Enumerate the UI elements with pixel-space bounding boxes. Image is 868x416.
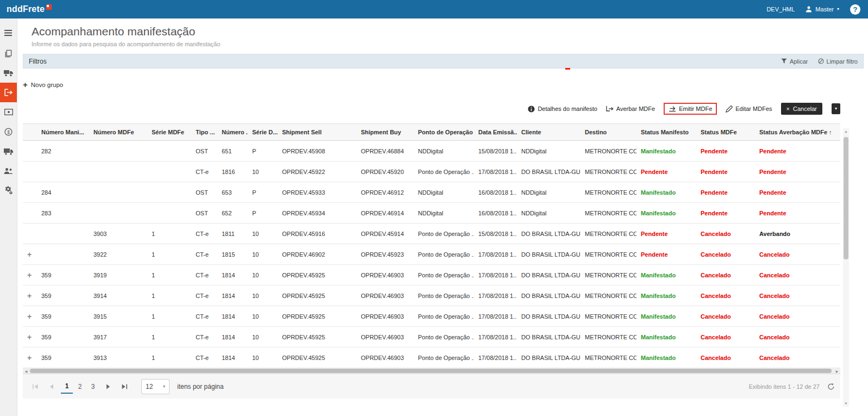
next-page-icon <box>105 383 111 390</box>
column-header-shipment-sell[interactable]: Shipment Sell <box>278 124 357 141</box>
table-row[interactable]: CT-e181610OPRDEV.45922OPRDEV.45920Ponto … <box>23 162 840 182</box>
column-header-tipo[interactable]: Tipo ... <box>191 124 217 141</box>
table-row[interactable]: +35939131CT-e181410OPRDEV.45925OPRDEV.46… <box>23 347 840 368</box>
table-row[interactable]: +35939151CT-e181410OPRDEV.45925OPRDEV.46… <box>23 306 840 327</box>
cell-status-averbacao-mdfe: Pendente <box>755 203 840 223</box>
expand-row-icon[interactable]: + <box>27 250 32 259</box>
sort-ascending-icon: ↑ <box>829 129 832 135</box>
last-page-button[interactable] <box>117 380 132 394</box>
first-page-button[interactable] <box>28 380 42 394</box>
table-row[interactable]: 282OST651POPRDEV.45908OPRDEV.46884NDDigi… <box>23 141 840 162</box>
gears-icon <box>4 186 13 195</box>
cancelar-button[interactable]: × Cancelar <box>781 103 822 115</box>
vertical-scrollbar-thumb[interactable] <box>844 137 848 259</box>
column-header-numero[interactable]: Número ... <box>217 124 248 141</box>
expand-row-icon[interactable]: + <box>27 312 32 321</box>
emitir-mdfe-button[interactable]: Emitir MDFe <box>669 105 712 112</box>
brand-logo[interactable]: nddFrete <box>7 4 52 15</box>
cell-status-averbacao-mdfe: Cancelado <box>755 327 840 347</box>
page-size-select[interactable]: 12 ▾ <box>141 379 170 394</box>
page-button-3[interactable]: 3 <box>87 380 99 394</box>
column-header-status-averbacao-mdfe[interactable]: Status Averbação MDFe↑ <box>755 124 840 141</box>
page-button-1[interactable]: 1 <box>61 380 73 394</box>
sidebar-item-users[interactable] <box>0 161 17 181</box>
column-header-shipment-buy[interactable]: Shipment Buy <box>357 124 414 141</box>
user-icon <box>805 6 812 13</box>
new-group-button[interactable]: + Novo grupo <box>23 80 63 89</box>
table-row[interactable]: +35939141CT-e181410OPRDEV.45925OPRDEV.46… <box>23 285 840 306</box>
sidebar-item-transport[interactable] <box>0 63 17 83</box>
cell-tipo: CT-e <box>191 306 217 327</box>
filter-bar[interactable]: Filtros Aplicar Limpar filtro <box>23 54 864 69</box>
cell-tipo: OST <box>191 141 217 162</box>
cell-numero: 652 <box>217 203 248 223</box>
next-page-button[interactable] <box>101 380 115 394</box>
cell-status-averbacao-mdfe: Pendente <box>755 141 840 162</box>
cell-data-emissao: 17/08/2018 1... <box>474 327 517 347</box>
table-row[interactable]: +35939171CT-e181410OPRDEV.45925OPRDEV.46… <box>23 327 840 347</box>
horizontal-scrollbar-thumb[interactable] <box>30 369 832 373</box>
cell-shipment-buy: OPRDEV.46903 <box>357 265 414 285</box>
cell-serie-doc: 10 <box>248 223 278 244</box>
cell-serie-mdfe: 1 <box>147 223 191 244</box>
column-header-destino[interactable]: Destino <box>580 124 636 141</box>
table-row[interactable]: 284OST653POPRDEV.45933OPRDEV.46912NDDigi… <box>23 182 840 203</box>
clear-filter-button[interactable]: Limpar filtro <box>818 58 858 65</box>
sidebar-item-manifestacao[interactable] <box>0 83 17 102</box>
previous-page-button[interactable] <box>45 380 59 394</box>
cell-serie-mdfe: 1 <box>147 327 191 347</box>
column-header-status-mdfe[interactable]: Status MDFe <box>696 124 755 141</box>
cell-numero-manifesto <box>37 244 89 265</box>
manifest-details-button[interactable]: Detalhes do manifesto <box>528 105 597 113</box>
cell-serie-doc: 10 <box>248 306 278 327</box>
cell-expand <box>23 182 37 203</box>
editar-mdfes-button[interactable]: Editar MDFes <box>726 105 772 113</box>
table-row[interactable]: +35939191CT-e181410OPRDEV.45925OPRDEV.46… <box>23 265 840 285</box>
sidebar-item-payments[interactable] <box>0 102 17 122</box>
cell-serie-mdfe: 1 <box>147 306 191 327</box>
refresh-icon[interactable] <box>827 383 835 390</box>
expand-row-icon[interactable]: + <box>27 333 32 342</box>
table-row[interactable]: 39031CT-e181110OPRDEV.45916OPRDEV.45914P… <box>23 223 840 244</box>
cell-cliente: DO BRASIL LTDA-GU... <box>517 347 580 368</box>
column-header-ponto-operacao[interactable]: Ponto de Operação <box>414 124 474 141</box>
sidebar-item-documents[interactable] <box>0 44 17 63</box>
column-header-numero-mdfe[interactable]: Número MDFe <box>89 124 147 141</box>
menu-toggle-button[interactable] <box>0 23 17 42</box>
cell-numero: 1811 <box>217 223 248 244</box>
column-header-data-emissao[interactable]: Data Emissã... <box>474 124 517 141</box>
brand-mark-icon <box>46 4 52 10</box>
column-header-status-manifesto[interactable]: Status Manifesto <box>636 124 696 141</box>
cell-destino: METRONORTE CO... <box>580 265 636 285</box>
scroll-left-arrow-icon[interactable]: ◀ <box>23 368 29 374</box>
cell-shipment-buy: OPRDEV.46914 <box>357 203 414 223</box>
column-header-cliente[interactable]: Cliente <box>517 124 580 141</box>
expand-row-icon[interactable]: + <box>27 353 32 362</box>
expand-row-icon[interactable]: + <box>27 271 32 280</box>
cancelar-dropdown-button[interactable]: ▾ <box>832 103 840 114</box>
user-menu[interactable]: Master ▾ <box>805 6 839 13</box>
cell-shipment-sell: OPRDEV.45916 <box>278 223 357 244</box>
scroll-right-arrow-icon[interactable]: ▶ <box>834 368 840 374</box>
expand-row-icon[interactable]: + <box>27 291 32 300</box>
table-row[interactable]: 283OST652POPRDEV.45934OPRDEV.46914NDDigi… <box>23 203 840 223</box>
page-button-2[interactable]: 2 <box>74 380 86 394</box>
averbar-mdfe-button[interactable]: Averbar MDFe <box>606 105 655 112</box>
column-header-serie-mdfe[interactable]: Série MDFe <box>147 124 191 141</box>
scroll-down-arrow-icon[interactable]: ▼ <box>843 400 849 407</box>
sidebar-item-settings[interactable] <box>0 181 17 200</box>
horizontal-scrollbar[interactable]: ◀ ▶ <box>23 368 840 374</box>
sidebar-item-financial[interactable]: $ <box>0 122 17 141</box>
column-header-expand <box>23 124 37 141</box>
cell-serie-mdfe: 1 <box>147 244 191 265</box>
column-header-serie-doc[interactable]: Série D... <box>248 124 278 141</box>
cell-expand <box>23 223 37 244</box>
table-row[interactable]: +39221CT-e181510OPRDEV.46902OPRDEV.45923… <box>23 244 840 265</box>
vertical-scrollbar[interactable]: ▲ ▼ <box>843 128 849 407</box>
apply-filter-button[interactable]: Aplicar <box>781 58 808 65</box>
sidebar-item-fleet[interactable] <box>0 141 17 161</box>
help-button[interactable]: ? <box>850 4 860 15</box>
cell-numero: 1814 <box>217 306 248 327</box>
column-header-numero-manifesto[interactable]: Número Mani... <box>37 124 89 141</box>
scroll-up-arrow-icon[interactable]: ▲ <box>843 128 849 135</box>
